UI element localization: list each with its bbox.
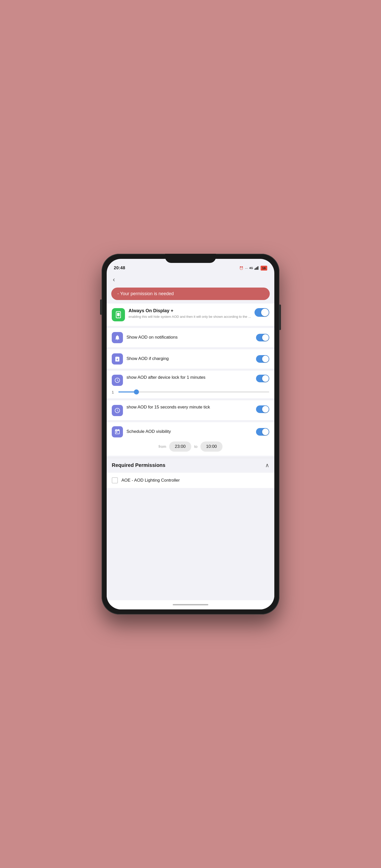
calendar-icon-container bbox=[112, 426, 123, 437]
home-bar bbox=[173, 604, 208, 605]
aod-charging-row: Show AOD if charging bbox=[107, 349, 274, 369]
aod-devicelock-toggle[interactable] bbox=[256, 375, 269, 382]
clock-icon-1 bbox=[114, 377, 120, 383]
signal-bars-icon bbox=[255, 266, 259, 270]
slider-value: 1 bbox=[112, 390, 116, 394]
aod-main-toggle[interactable] bbox=[255, 308, 269, 317]
phone-screen-icon bbox=[115, 311, 122, 318]
schedule-top: Schedule AOD visibility bbox=[112, 426, 269, 437]
svg-point-7 bbox=[118, 316, 119, 317]
aod-devicelock-label: show AOD after device lock for 1 minutes bbox=[126, 375, 252, 380]
schedule-time-row: from 23:00 to 10:00 bbox=[112, 441, 269, 452]
calendar-icon bbox=[114, 429, 120, 435]
permissions-item-label-0: AOE - AOD Lighting Controller bbox=[121, 478, 180, 483]
schedule-knob bbox=[262, 429, 269, 435]
svg-rect-1 bbox=[256, 268, 256, 270]
bell-icon bbox=[114, 335, 120, 341]
back-row: ‹ bbox=[107, 273, 274, 285]
clock-icon-container-1 bbox=[112, 375, 123, 386]
aod-main-desc: enabling this will hide system AOD and t… bbox=[129, 314, 251, 319]
clock-icon-2 bbox=[114, 407, 120, 413]
svg-rect-6 bbox=[117, 313, 120, 316]
permissions-item-0: AOE - AOD Lighting Controller bbox=[107, 473, 274, 488]
battery-icon: 16 bbox=[261, 266, 267, 271]
aod-charging-toggle[interactable] bbox=[256, 355, 269, 363]
alarm-icon: ⏰ bbox=[239, 266, 243, 270]
plug-icon-container bbox=[112, 353, 123, 365]
aod-main-title: Always On Display + bbox=[129, 308, 251, 313]
status-icons: ⏰ ··· 4G 16 bbox=[239, 266, 267, 271]
from-label: from bbox=[158, 444, 166, 448]
svg-rect-4 bbox=[259, 266, 259, 270]
aod-minutetick-toggle[interactable] bbox=[256, 405, 269, 413]
aod-notifications-label: Show AOD on notifications bbox=[126, 335, 252, 340]
aod-notifications-knob bbox=[262, 334, 269, 341]
chevron-up-icon: ∧ bbox=[265, 462, 269, 469]
dots-icon: ··· bbox=[245, 266, 248, 270]
aod-minutetick-row: show AOD for 15 seconds every minute tic… bbox=[107, 400, 274, 420]
to-time[interactable]: 10:00 bbox=[200, 441, 223, 452]
aod-main-text: Always On Display + enabling this will h… bbox=[129, 308, 251, 319]
aod-devicelock-section: show AOD after device lock for 1 minutes… bbox=[107, 371, 274, 398]
plug-icon bbox=[114, 356, 120, 362]
permission-banner: - Your permission is needed bbox=[111, 287, 270, 300]
aod-devicelock-slider-row: 1 bbox=[107, 388, 274, 398]
permission-banner-text: - Your permission is needed bbox=[117, 291, 174, 296]
notch bbox=[165, 254, 216, 263]
aod-main-icon bbox=[112, 308, 125, 321]
aod-main-item: Always On Display + enabling this will h… bbox=[107, 304, 274, 326]
aod-devicelock-knob bbox=[262, 375, 269, 382]
signal-icon: 4G bbox=[249, 267, 253, 270]
to-label: to bbox=[194, 444, 198, 448]
status-time: 20:48 bbox=[114, 266, 125, 271]
bell-icon-container bbox=[112, 332, 123, 343]
svg-rect-3 bbox=[258, 266, 258, 270]
phone-outer: 20:48 ⏰ ··· 4G 16 ‹ - Your p bbox=[102, 254, 279, 615]
settings-list: Always On Display + enabling this will h… bbox=[107, 304, 274, 600]
slider-thumb[interactable] bbox=[134, 390, 139, 395]
aod-notifications-toggle[interactable] bbox=[256, 334, 269, 341]
slider-track[interactable] bbox=[118, 392, 269, 393]
clock-icon-container-2 bbox=[112, 405, 123, 416]
permissions-title: Required Permissions bbox=[112, 462, 165, 468]
aod-main-toggle-knob bbox=[261, 309, 269, 316]
aod-devicelock-row: show AOD after device lock for 1 minutes bbox=[107, 371, 274, 388]
from-time[interactable]: 23:00 bbox=[169, 441, 191, 452]
schedule-row: Schedule AOD visibility from 23:00 to 10… bbox=[107, 422, 274, 456]
aod-charging-knob bbox=[262, 355, 269, 362]
aod-notifications-row: Show AOD on notifications bbox=[107, 328, 274, 347]
back-button[interactable]: ‹ bbox=[113, 276, 115, 283]
permissions-header[interactable]: Required Permissions ∧ bbox=[107, 458, 274, 473]
aod-charging-label: Show AOD if charging bbox=[126, 356, 252, 362]
permissions-checkbox-0[interactable] bbox=[112, 477, 118, 484]
aod-minutetick-label: show AOD for 15 seconds every minute tic… bbox=[126, 404, 252, 410]
home-indicator bbox=[107, 600, 274, 610]
svg-rect-0 bbox=[255, 269, 255, 270]
schedule-toggle[interactable] bbox=[256, 428, 269, 436]
phone-screen: 20:48 ⏰ ··· 4G 16 ‹ - Your p bbox=[107, 259, 274, 610]
aod-minutetick-knob bbox=[262, 406, 269, 412]
svg-rect-2 bbox=[257, 267, 257, 270]
schedule-label: Schedule AOD visibility bbox=[126, 429, 252, 434]
